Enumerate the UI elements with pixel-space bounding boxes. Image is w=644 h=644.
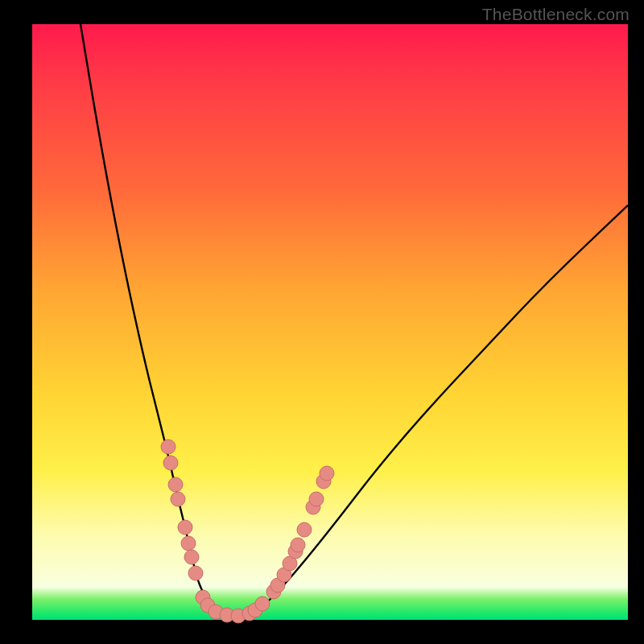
- marker-point: [163, 456, 178, 470]
- marker-point: [297, 522, 312, 537]
- marker-group: [161, 440, 334, 623]
- marker-point: [255, 597, 270, 611]
- watermark-text: TheBottleneck.com: [482, 5, 630, 24]
- marker-point: [188, 566, 203, 580]
- marker-point: [309, 492, 324, 506]
- bottleneck-curve: [80, 24, 628, 616]
- marker-point: [171, 492, 185, 506]
- marker-point: [168, 477, 183, 492]
- marker-point: [291, 538, 305, 552]
- marker-point: [161, 440, 175, 454]
- curve-layer: [32, 24, 628, 620]
- marker-point: [320, 466, 334, 481]
- marker-point: [184, 550, 199, 564]
- marker-point: [178, 520, 192, 535]
- marker-point: [181, 536, 196, 551]
- chart-frame: TheBottleneck.com: [0, 0, 644, 644]
